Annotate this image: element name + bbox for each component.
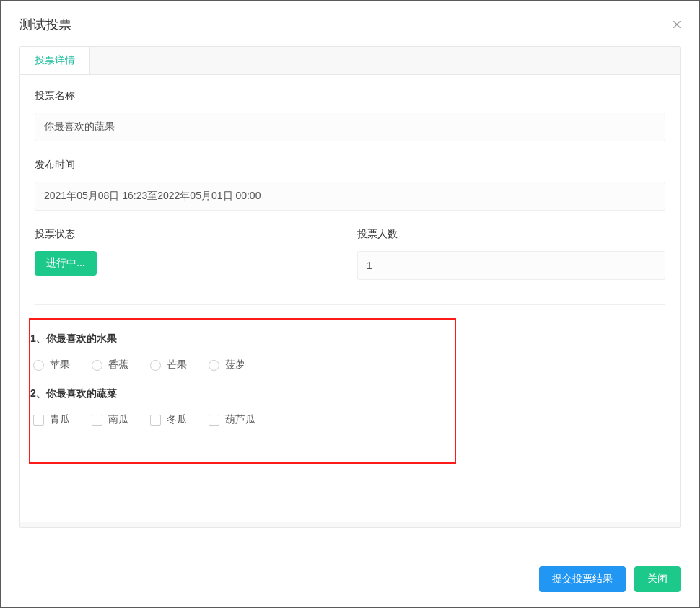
option-label: 苹果 xyxy=(50,358,70,371)
modal-footer: 提交投票结果 关闭 xyxy=(1,555,699,607)
tab-container: 投票详情 投票名称 发布时间 投票状态 进行中... xyxy=(19,46,681,528)
checkbox-icon xyxy=(150,415,161,426)
option-label: 冬瓜 xyxy=(167,413,187,426)
checkbox-icon xyxy=(209,415,219,426)
radio-icon xyxy=(209,360,219,371)
checkbox-option[interactable]: 葫芦瓜 xyxy=(209,413,255,426)
name-label: 投票名称 xyxy=(35,89,665,102)
question-2-title: 2、你最喜欢的蔬菜 xyxy=(30,387,455,400)
close-icon xyxy=(671,19,683,30)
divider xyxy=(35,304,665,305)
vote-count-label: 投票人数 xyxy=(357,228,665,241)
modal-header: 测试投票 xyxy=(1,1,699,46)
radio-option[interactable]: 芒果 xyxy=(150,358,187,371)
modal-dialog: 测试投票 投票详情 投票名称 发布时间 投票状态 xyxy=(1,1,699,607)
status-badge: 进行中... xyxy=(35,251,97,276)
questions-highlighted-area: 1、你最喜欢的水果 苹果 香蕉 xyxy=(29,318,456,464)
form-group-vote-count: 投票人数 xyxy=(357,228,665,280)
question-1-title: 1、你最喜欢的水果 xyxy=(30,332,455,345)
option-label: 青瓜 xyxy=(50,413,70,426)
form-group-publish-time: 发布时间 xyxy=(35,159,665,211)
checkbox-option[interactable]: 冬瓜 xyxy=(150,413,187,426)
option-label: 芒果 xyxy=(167,358,187,371)
radio-icon xyxy=(92,360,102,371)
tab-vote-detail[interactable]: 投票详情 xyxy=(20,47,90,74)
form-row-status: 投票状态 进行中... 投票人数 xyxy=(35,228,665,297)
question-1: 1、你最喜欢的水果 苹果 香蕉 xyxy=(30,332,455,371)
checkbox-icon xyxy=(33,415,44,426)
radio-icon xyxy=(150,360,161,371)
modal-title: 测试投票 xyxy=(19,16,71,33)
tab-content: 投票名称 发布时间 投票状态 进行中... 投票人数 xyxy=(20,75,680,522)
publish-time-input[interactable] xyxy=(35,182,665,211)
vote-count-input[interactable] xyxy=(357,251,665,280)
radio-option[interactable]: 香蕉 xyxy=(92,358,128,371)
submit-button[interactable]: 提交投票结果 xyxy=(539,566,626,592)
option-label: 葫芦瓜 xyxy=(225,413,255,426)
checkbox-option[interactable]: 青瓜 xyxy=(33,413,70,426)
close-button[interactable] xyxy=(670,17,684,32)
question-2-options: 青瓜 南瓜 冬瓜 葫芦 xyxy=(30,413,455,426)
checkbox-option[interactable]: 南瓜 xyxy=(92,413,128,426)
modal-body: 投票详情 投票名称 发布时间 投票状态 进行中... xyxy=(1,46,699,555)
status-label: 投票状态 xyxy=(35,228,343,241)
checkbox-icon xyxy=(92,415,102,426)
question-1-options: 苹果 香蕉 芒果 菠萝 xyxy=(30,358,455,371)
name-input[interactable] xyxy=(35,113,665,141)
tab-header: 投票详情 xyxy=(20,47,680,75)
option-label: 菠萝 xyxy=(225,358,245,371)
form-group-status: 投票状态 进行中... xyxy=(35,228,343,280)
radio-option[interactable]: 苹果 xyxy=(33,358,70,371)
radio-option[interactable]: 菠萝 xyxy=(209,358,245,371)
form-group-name: 投票名称 xyxy=(35,89,665,141)
close-footer-button[interactable]: 关闭 xyxy=(634,566,681,592)
option-label: 香蕉 xyxy=(108,358,128,371)
radio-icon xyxy=(33,360,44,371)
publish-time-label: 发布时间 xyxy=(35,159,665,172)
question-2: 2、你最喜欢的蔬菜 青瓜 南瓜 xyxy=(30,387,455,426)
option-label: 南瓜 xyxy=(108,413,128,426)
